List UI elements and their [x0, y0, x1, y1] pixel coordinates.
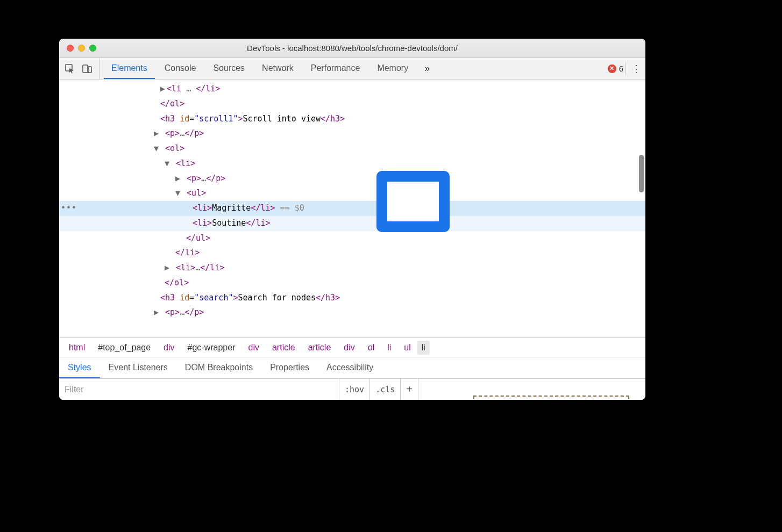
error-icon: ✕	[608, 64, 616, 73]
h3-scroll-id: scroll1	[199, 114, 233, 124]
error-badge[interactable]: ✕ 6	[605, 62, 626, 75]
minimize-window-button[interactable]	[78, 45, 85, 52]
crumb-div[interactable]: div	[157, 341, 181, 355]
window-title: DevTools - localhost:8080/web/tools/chro…	[59, 44, 645, 53]
h3-search-text: Search for nodes	[238, 293, 316, 303]
crumb-li-end[interactable]: li	[417, 341, 430, 355]
selected-node-row[interactable]: •••<li>Magritte</li> == $0	[59, 201, 645, 216]
breadcrumb: html #top_of_page div #gc-wrapper div ar…	[59, 337, 645, 357]
crumb-gc[interactable]: #gc-wrapper	[181, 341, 242, 355]
tabs-overflow-icon[interactable]: »	[418, 58, 436, 79]
box-model-preview	[418, 379, 645, 400]
crumb-top[interactable]: #top_of_page	[91, 341, 157, 355]
tab-console[interactable]: Console	[157, 58, 204, 79]
svg-rect-1	[83, 65, 88, 73]
li-magritte-text: Magritte	[212, 203, 251, 213]
elements-panel: ▶<li … </li> </ol> <h3 id="scroll1">Scro…	[59, 80, 645, 337]
main-tabs: Elements Console Sources Network Perform…	[99, 58, 436, 79]
devtools-window: DevTools - localhost:8080/web/tools/chro…	[59, 39, 645, 400]
h3-scroll-text: Scroll into view	[243, 114, 321, 124]
crumb-div3[interactable]: div	[337, 341, 361, 355]
traffic-lights	[59, 45, 96, 52]
device-toolbar-icon[interactable]	[80, 61, 95, 76]
zoom-window-button[interactable]	[89, 45, 96, 52]
tab-network[interactable]: Network	[254, 58, 301, 79]
highlight-overlay-icon	[376, 171, 450, 232]
li-soutine-text: Soutine	[212, 218, 246, 228]
close-window-button[interactable]	[67, 45, 74, 52]
titlebar: DevTools - localhost:8080/web/tools/chro…	[59, 39, 645, 58]
tab-memory[interactable]: Memory	[369, 58, 416, 79]
crumb-ol[interactable]: ol	[361, 341, 381, 355]
scrollbar-thumb[interactable]	[639, 155, 644, 192]
crumb-html[interactable]: html	[62, 341, 91, 355]
tab-performance[interactable]: Performance	[303, 58, 368, 79]
svg-rect-2	[88, 67, 91, 73]
subtab-styles[interactable]: Styles	[59, 357, 100, 378]
hovered-node-row[interactable]: <li>Soutine</li>	[59, 216, 645, 231]
settings-kebab-icon[interactable]: ⋮	[627, 63, 645, 75]
inspect-element-icon[interactable]	[62, 61, 77, 76]
dom-tree[interactable]: ▶<li … </li> </ol> <h3 id="scroll1">Scro…	[59, 80, 645, 322]
crumb-article2[interactable]: article	[302, 341, 338, 355]
subtab-dom-breakpoints[interactable]: DOM Breakpoints	[176, 357, 261, 378]
box-model-margin-edge	[473, 396, 629, 399]
crumb-article[interactable]: article	[266, 341, 302, 355]
styles-pane-tabs: Styles Event Listeners DOM Breakpoints P…	[59, 357, 645, 378]
tab-elements[interactable]: Elements	[104, 58, 155, 79]
crumb-li[interactable]: li	[381, 341, 397, 355]
cls-toggle[interactable]: .cls	[369, 379, 400, 400]
h3-search-id: search	[199, 293, 228, 303]
subtab-properties[interactable]: Properties	[261, 357, 318, 378]
subtab-accessibility[interactable]: Accessibility	[318, 357, 382, 378]
tab-sources[interactable]: Sources	[205, 58, 252, 79]
crumb-ul[interactable]: ul	[397, 341, 417, 355]
new-style-rule-button[interactable]: +	[400, 379, 418, 400]
styles-filter-row: :hov .cls +	[59, 378, 645, 400]
styles-filter-input[interactable]	[59, 379, 339, 400]
styles-filter-tools: :hov .cls +	[339, 379, 418, 400]
dollar-zero: == $0	[275, 203, 304, 213]
error-count: 6	[619, 64, 623, 73]
crumb-div2[interactable]: div	[242, 341, 266, 355]
hov-toggle[interactable]: :hov	[339, 379, 369, 400]
subtab-listeners[interactable]: Event Listeners	[100, 357, 176, 378]
expand-dots-icon[interactable]: •••	[61, 201, 77, 216]
inspect-tools	[59, 58, 99, 79]
main-tabs-bar: Elements Console Sources Network Perform…	[59, 58, 645, 80]
